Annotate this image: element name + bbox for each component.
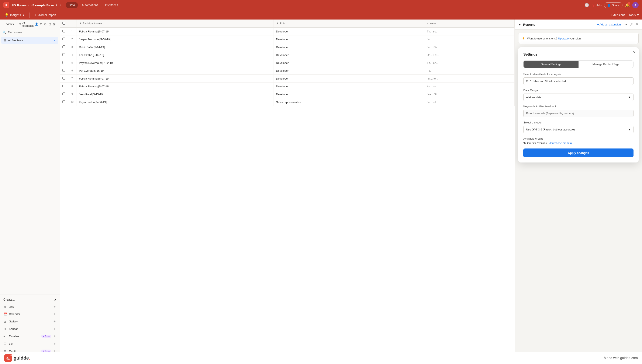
cell-participant-5[interactable]: Pat Everett [5-16-19]	[76, 67, 273, 75]
cell-role-5[interactable]: Developer	[273, 67, 424, 75]
row-checkbox-1[interactable]	[62, 38, 65, 40]
row-checkbox-3[interactable]	[62, 53, 65, 56]
help-button[interactable]: ❓Help	[592, 4, 602, 7]
tab-data[interactable]: Data	[66, 2, 78, 8]
sort-participant-icon[interactable]: ↕	[103, 22, 104, 25]
cell-role-9[interactable]: Sales representative	[273, 98, 424, 106]
table-row[interactable]: 3 Robin Jaffe [5-14-19] Developer I'm...…	[60, 43, 515, 51]
table-row[interactable]: 8 Felicia Fleming [5-07-19] Developer As…	[60, 82, 515, 90]
notification-button[interactable]: 🔔 1	[625, 3, 630, 8]
avatar-button[interactable]: A	[632, 2, 638, 8]
app-title[interactable]: UX Research Example Base ▼	[12, 4, 58, 7]
table-row[interactable]: 7 Felicia Fleming [5-07-19] Developer I'…	[60, 75, 515, 82]
cell-notes-5[interactable]: Fo...	[424, 67, 515, 75]
create-item-grid[interactable]: ⊞ Grid ＋	[0, 303, 60, 310]
add-grid-icon[interactable]: ＋	[53, 304, 56, 309]
add-extension-button[interactable]: + Add an extension	[597, 23, 621, 26]
add-calendar-icon[interactable]: ＋	[53, 312, 56, 316]
row-checkbox-cell[interactable]	[60, 43, 68, 51]
row-checkbox-0[interactable]	[62, 30, 65, 32]
tools-button[interactable]: Tools ▼	[629, 13, 639, 17]
cell-role-7[interactable]: Developer	[273, 82, 424, 90]
cell-notes-7[interactable]: As... as...	[424, 82, 515, 90]
table-header-notes[interactable]: ≡ Notes	[424, 20, 515, 28]
history-button[interactable]: 🕐	[584, 3, 589, 8]
views-button[interactable]: ☰ Views	[3, 22, 14, 26]
create-item-calendar[interactable]: 📅 Calendar ＋	[0, 310, 60, 318]
table-row[interactable]: 6 Pat Everett [5-16-19] Developer Fo...	[60, 67, 515, 75]
add-import-button[interactable]: ＋ Add or import	[32, 12, 58, 18]
row-checkbox-cell[interactable]	[60, 67, 68, 75]
cell-participant-4[interactable]: Peyton Devereaux [7-22-19]	[76, 59, 273, 67]
row-checkbox-cell[interactable]	[60, 36, 68, 43]
chevron-down-icon[interactable]: ▼	[518, 23, 521, 26]
table-row[interactable]: 10 Kayla Barton [5-06-19] Sales represen…	[60, 98, 515, 106]
cell-notes-0[interactable]: Th... so...	[424, 28, 515, 36]
cell-participant-2[interactable]: Robin Jaffe [5-14-19]	[76, 43, 273, 51]
create-item-kanban[interactable]: ⊡ Kanban ＋	[0, 325, 60, 332]
row-checkbox-4[interactable]	[62, 61, 65, 64]
model-select[interactable]: Use GPT-3.5 (Faster, but less accurate) …	[523, 126, 633, 133]
upgrade-link[interactable]: Upgrade	[558, 37, 569, 40]
row-checkbox-6[interactable]	[62, 77, 65, 80]
row-checkbox-cell[interactable]	[60, 90, 68, 98]
table-header-role[interactable]: Ａ Role ↕	[273, 20, 424, 28]
find-view-input[interactable]	[8, 31, 57, 34]
create-item-list[interactable]: ☰ List ＋	[0, 340, 60, 348]
select-all-checkbox[interactable]	[62, 22, 65, 24]
info-icon[interactable]: ℹ	[60, 4, 61, 7]
cell-notes-1[interactable]: I'm...	[424, 36, 515, 43]
tab-automations[interactable]: Automations	[79, 2, 101, 8]
row-checkbox-7[interactable]	[62, 85, 65, 88]
expand-icon[interactable]: ⤢	[630, 22, 633, 27]
row-checkbox-cell[interactable]	[60, 28, 68, 36]
cell-role-8[interactable]: Developer	[273, 90, 424, 98]
row-checkbox-9[interactable]	[62, 100, 65, 103]
row-checkbox-cell[interactable]	[60, 75, 68, 82]
table-row[interactable]: 1 Felicia Fleming [5-07-19] Developer Th…	[60, 28, 515, 36]
row-checkbox-cell[interactable]	[60, 98, 68, 106]
row-checkbox-cell[interactable]	[60, 59, 68, 67]
table-row[interactable]: 4 Lee Szabo [5-02-19] Developer Un... I …	[60, 51, 515, 59]
cell-role-4[interactable]: Developer	[273, 59, 424, 67]
view-item-all-feedback[interactable]: ⊞ All feedback ✓	[1, 37, 58, 44]
more-icon[interactable]: ⋯	[623, 22, 627, 27]
cell-participant-7[interactable]: Felicia Fleming [5-07-19]	[76, 82, 273, 90]
cell-participant-9[interactable]: Kayla Barton [5-06-19]	[76, 98, 273, 106]
row-checkbox-8[interactable]	[62, 92, 65, 95]
add-list-icon[interactable]: ＋	[53, 342, 56, 346]
row-checkbox-cell[interactable]	[60, 82, 68, 90]
cell-notes-2[interactable]: I'm... Str...	[424, 43, 515, 51]
select-tables-button[interactable]: ⊟ 1 Table and 3 Fields selected	[523, 78, 633, 85]
share-button[interactable]: 👤Share	[604, 2, 622, 8]
cell-role-3[interactable]: Developer	[273, 51, 424, 59]
keywords-input[interactable]	[523, 110, 633, 117]
cell-notes-9[interactable]: I'm... of t...	[424, 98, 515, 106]
purchase-credits-link[interactable]: (Purchase credits)	[549, 142, 572, 145]
add-gallery-icon[interactable]: ＋	[53, 319, 56, 324]
cell-role-0[interactable]: Developer	[273, 28, 424, 36]
add-timeline-icon[interactable]: ＋	[53, 334, 56, 338]
cell-role-6[interactable]: Developer	[273, 75, 424, 82]
create-item-gallery[interactable]: ⊟ Gallery ＋	[0, 318, 60, 325]
tab-product-tags[interactable]: Manage Product Tags	[578, 61, 633, 68]
filter-icon[interactable]: ⊟	[48, 22, 51, 26]
cell-role-2[interactable]: Developer	[273, 43, 424, 51]
extensions-button[interactable]: Extensions	[611, 13, 625, 17]
add-kanban-icon[interactable]: ＋	[53, 327, 56, 331]
apply-changes-button[interactable]: Apply changes	[523, 148, 633, 158]
current-view-button[interactable]: ⊞ All feedback 👤 ▼	[19, 21, 42, 27]
tab-general-settings[interactable]: General Settings	[524, 61, 578, 68]
cell-participant-6[interactable]: Felicia Fleming [5-07-19]	[76, 75, 273, 82]
cell-role-1[interactable]: Developer	[273, 36, 424, 43]
date-range-select[interactable]: All-time data ▼	[523, 94, 633, 101]
sort-icon[interactable]: ↕	[57, 22, 59, 26]
cell-notes-6[interactable]: I'm... to...	[424, 75, 515, 82]
tab-interfaces[interactable]: Interfaces	[102, 2, 121, 8]
cell-notes-3[interactable]: Un... I d...	[424, 51, 515, 59]
cell-participant-1[interactable]: Jasper Morrison [5-08-19]	[76, 36, 273, 43]
table-row[interactable]: 2 Jasper Morrison [5-08-19] Developer I'…	[60, 36, 515, 43]
cell-participant-3[interactable]: Lee Szabo [5-02-19]	[76, 51, 273, 59]
close-panel-icon[interactable]: ✕	[635, 22, 638, 27]
settings-close-button[interactable]: ✕	[633, 50, 636, 54]
